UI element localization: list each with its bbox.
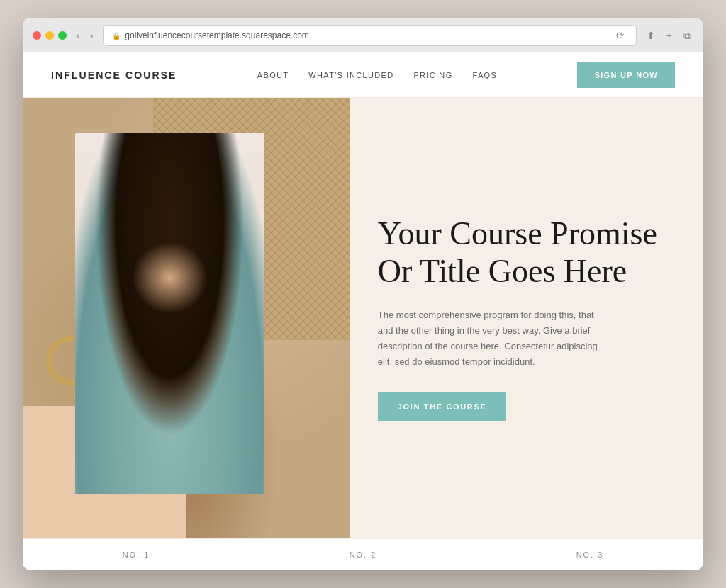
image-collage xyxy=(23,98,350,538)
traffic-lights xyxy=(33,31,67,40)
footer-numbers: NO. 1 NO. 2 NO. 3 xyxy=(23,538,703,570)
footer-num-2: NO. 2 xyxy=(350,550,377,559)
forward-button[interactable]: › xyxy=(87,28,96,43)
signup-button[interactable]: SIGN UP NOW xyxy=(577,62,675,88)
navigation: INFLUENCE COURSE ABOUT WHAT'S INCLUDED P… xyxy=(23,52,703,98)
hero-description: The most comprehensive program for doing… xyxy=(378,307,605,370)
url-text: goliveinfluencecoursetemplate.squarespac… xyxy=(125,30,308,40)
woman-figure xyxy=(75,133,264,494)
hero-title: Your Course Promise Or Title Goes Here xyxy=(378,215,668,290)
minimize-button[interactable] xyxy=(45,31,54,40)
close-button[interactable] xyxy=(33,31,41,40)
maximize-button[interactable] xyxy=(58,31,67,40)
reload-button[interactable]: ⟳ xyxy=(613,28,627,43)
join-course-button[interactable]: JOIN THE COURSE xyxy=(378,392,507,421)
nav-faqs[interactable]: FAQS xyxy=(473,71,498,79)
nav-pricing[interactable]: PRICING xyxy=(413,71,452,79)
url-bar[interactable]: 🔒 goliveinfluencecoursetemplate.squaresp… xyxy=(103,25,636,46)
browser-chrome: ‹ › 🔒 goliveinfluencecoursetemplate.squa… xyxy=(23,18,703,52)
website: INFLUENCE COURSE ABOUT WHAT'S INCLUDED P… xyxy=(23,52,703,570)
browser-controls: ‹ › xyxy=(74,28,96,43)
tabs-button[interactable]: ⧉ xyxy=(681,28,693,43)
browser-actions: ⬆ + ⧉ xyxy=(644,28,693,43)
nav-about[interactable]: ABOUT xyxy=(257,71,289,79)
hero-section: Your Course Promise Or Title Goes Here T… xyxy=(23,98,703,538)
portrait-image xyxy=(75,133,264,494)
nav-links: ABOUT WHAT'S INCLUDED PRICING FAQS xyxy=(257,71,497,79)
nav-whats-included[interactable]: WHAT'S INCLUDED xyxy=(308,71,393,79)
footer-num-3: NO. 3 xyxy=(576,550,604,559)
hero-content: Your Course Promise Or Title Goes Here T… xyxy=(350,187,703,449)
footer-num-1: NO. 1 xyxy=(123,550,150,559)
back-button[interactable]: ‹ xyxy=(74,28,83,43)
new-tab-button[interactable]: + xyxy=(664,28,675,43)
lock-icon: 🔒 xyxy=(112,32,121,40)
browser-window: ‹ › 🔒 goliveinfluencecoursetemplate.squa… xyxy=(23,18,703,570)
share-button[interactable]: ⬆ xyxy=(644,28,658,43)
site-logo: INFLUENCE COURSE xyxy=(51,69,177,81)
